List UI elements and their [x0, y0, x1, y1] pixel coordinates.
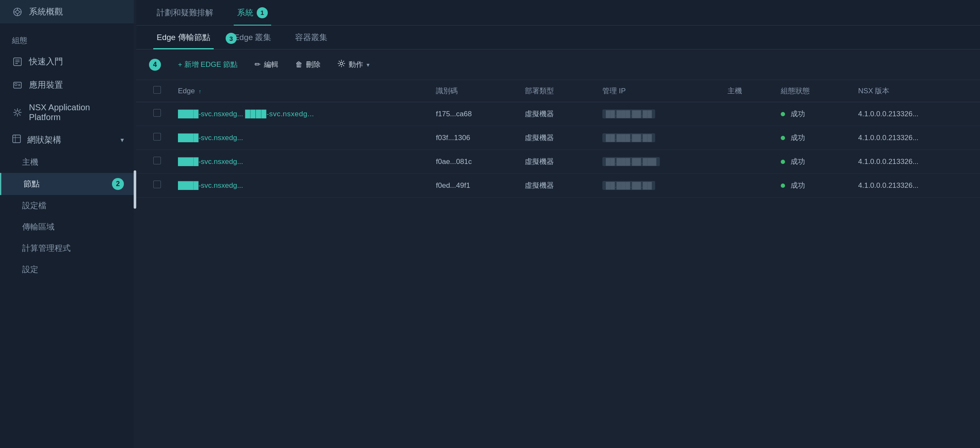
row3-nsx-version-cell: 4.1.0.0.0.213326...	[850, 150, 980, 174]
sub-tab-container-cluster-label: 容器叢集	[295, 32, 327, 43]
action-chevron-icon: ▾	[367, 61, 370, 68]
sidebar-sub-item-profile[interactable]: 設定檔	[0, 195, 136, 216]
sidebar-host-label: 主機	[22, 158, 38, 167]
select-all-checkbox[interactable]	[153, 86, 161, 94]
add-edge-node-button[interactable]: + 新增 EDGE 節點	[174, 57, 242, 72]
overview-icon	[12, 6, 23, 17]
row1-status-text: 成功	[791, 110, 805, 118]
row3-id-cell: f0ae...081c	[427, 150, 516, 174]
sidebar-scrollbar-thumb[interactable]	[134, 170, 136, 209]
row4-select-cell	[136, 174, 169, 198]
row4-deploy-type-value: 虛擬機器	[525, 181, 554, 190]
row1-nsx-version-value: 4.1.0.0.0.213326...	[858, 110, 919, 118]
row1-edge-link[interactable]: ████-svc.nsxedg...	[178, 110, 243, 118]
svg-point-1	[16, 10, 19, 14]
sidebar-item-app-device[interactable]: 應用裝置	[0, 73, 136, 97]
row3-status-text: 成功	[791, 158, 805, 166]
sidebar-section-org: 組態	[0, 23, 136, 50]
chevron-down-icon: ▾	[120, 136, 124, 144]
sidebar-item-overview[interactable]: 系統概觀	[0, 0, 136, 23]
sub-tab-edge-cluster-label: Edge 叢集	[234, 32, 272, 43]
sidebar-item-nsx-app-platform[interactable]: NSX Application Platform	[0, 97, 136, 128]
edit-icon: ✏	[255, 60, 261, 69]
sidebar-sub-item-transport-zone[interactable]: 傳輸區域	[0, 216, 136, 238]
sidebar: 系統概觀 組態 快速入門	[0, 0, 136, 448]
table-row: ████-svc.nsxedg... f0ed...49f1 虛擬機器 ██.█…	[136, 174, 980, 198]
row4-host-cell	[719, 174, 772, 198]
table-row: ████-svc.nsxedg... f0ae...081c 虛擬機器 ██.█…	[136, 150, 980, 174]
tab-system[interactable]: 系統 1	[234, 0, 271, 26]
sub-tabs: Edge 傳輸節點 Edge 叢集 容器叢集 3	[136, 26, 980, 49]
tab-plan-troubleshoot[interactable]: 計劃和疑難排解	[153, 0, 217, 26]
main-content: 計劃和疑難排解 系統 1 Edge 傳輸節點 Edge 叢集 容器叢集 3 4 …	[136, 0, 980, 448]
row4-checkbox[interactable]	[153, 181, 161, 188]
nsx-platform-icon	[12, 107, 23, 118]
system-tab-badge: 1	[257, 7, 268, 18]
col-edge[interactable]: Edge ↑	[169, 80, 427, 102]
delete-button[interactable]: 🗑 刪除	[291, 57, 325, 72]
sidebar-node-label: 節點	[23, 178, 40, 190]
sidebar-item-quick-start[interactable]: 快速入門	[0, 50, 136, 73]
sub-tab-badge-area: 3	[221, 33, 237, 44]
row2-checkbox[interactable]	[153, 133, 161, 141]
row1-mgmt-ip-value: ██.███.██.██	[602, 109, 655, 118]
row3-deploy-type-cell: 虛擬機器	[516, 150, 594, 174]
sidebar-content: 系統概觀 組態 快速入門	[0, 0, 136, 448]
col-id[interactable]: 識別碼	[427, 80, 516, 102]
sort-asc-icon: ↑	[198, 88, 201, 95]
add-edge-node-label: + 新增 EDGE 節點	[178, 60, 238, 69]
col-deploy-type[interactable]: 部署類型	[516, 80, 594, 102]
sidebar-nsx-platform-label: NSX Application Platform	[29, 103, 124, 122]
sidebar-scrollbar-track	[134, 0, 136, 448]
row4-mgmt-ip-value: ██.███.██.██	[602, 181, 655, 190]
col-id-label: 識別碼	[436, 87, 458, 95]
delete-icon: 🗑	[295, 60, 303, 69]
col-mgmt-ip-label: 管理 IP	[602, 87, 626, 95]
app-device-icon	[12, 80, 23, 91]
toolbar-badge-4: 4	[149, 59, 161, 71]
row4-status-text: 成功	[791, 181, 805, 190]
row4-id-value: f0ed...49f1	[436, 181, 470, 190]
top-tabs: 計劃和疑難排解 系統 1	[136, 0, 980, 26]
row3-edge-value[interactable]: ████-svc.nsxedg...	[178, 158, 243, 166]
sidebar-network-topology-label: 網狀架構	[27, 134, 61, 146]
row2-edge-value[interactable]: ████-svc.nsxedg...	[178, 134, 243, 142]
node-badge: 2	[112, 178, 124, 190]
action-dropdown-button[interactable]: 動作 ▾	[333, 57, 374, 72]
row1-deploy-type-value: 虛擬機器	[525, 110, 554, 118]
sub-tab-edge-transport-node[interactable]: Edge 傳輸節點	[153, 26, 214, 49]
row4-edge-cell: ████-svc.nsxedg...	[169, 174, 427, 198]
col-mgmt-ip[interactable]: 管理 IP	[594, 80, 719, 102]
row3-deploy-type-value: 虛擬機器	[525, 158, 554, 166]
sidebar-quick-start-label: 快速入門	[29, 56, 63, 67]
edit-button[interactable]: ✏ 編輯	[250, 57, 283, 72]
col-nsx-version[interactable]: NSX 版本	[850, 80, 980, 102]
row1-checkbox[interactable]	[153, 109, 161, 117]
row1-nsx-version-cell: 4.1.0.0.0.213326...	[850, 102, 980, 126]
toolbar-left-area: 4 + 新增 EDGE 節點	[153, 57, 242, 72]
row4-edge-value[interactable]: ████-svc.nsxedg...	[178, 181, 243, 190]
table-container: Edge ↑ 識別碼 部署類型 管理 IP 主機	[136, 80, 980, 448]
col-edge-label: Edge	[178, 87, 195, 95]
row2-mgmt-ip-cell: ██.███.██.██	[594, 126, 719, 150]
row4-id-cell: f0ed...49f1	[427, 174, 516, 198]
table-header-row: Edge ↑ 識別碼 部署類型 管理 IP 主機	[136, 80, 980, 102]
row4-nsx-version-value: 4.1.0.0.0.213326...	[858, 181, 919, 190]
sidebar-sub-item-settings[interactable]: 設定	[0, 259, 136, 280]
sidebar-sub-item-host[interactable]: 主機	[0, 152, 136, 173]
sub-tab-container-cluster[interactable]: 容器叢集	[292, 26, 331, 49]
sidebar-sub-item-node[interactable]: 節點 2	[0, 173, 136, 195]
sidebar-sub-item-compute-manager[interactable]: 計算管理程式	[0, 238, 136, 259]
row3-edge-cell: ████-svc.nsxedg...	[169, 150, 427, 174]
sidebar-compute-manager-label: 計算管理程式	[22, 244, 71, 253]
sidebar-item-network-topology[interactable]: 網狀架構 ▾	[0, 128, 136, 152]
row3-checkbox[interactable]	[153, 157, 161, 164]
col-config-state[interactable]: 組態狀態	[772, 80, 850, 102]
row1-edge-value[interactable]: ████-svc.nsxedg...	[245, 110, 314, 118]
svg-rect-11	[15, 83, 17, 86]
col-host[interactable]: 主機	[719, 80, 772, 102]
edge-nodes-table: Edge ↑ 識別碼 部署類型 管理 IP 主機	[136, 80, 980, 198]
row2-host-cell	[719, 126, 772, 150]
sidebar-app-device-label: 應用裝置	[29, 79, 63, 91]
sub-tab-edge-cluster[interactable]: Edge 叢集	[231, 26, 275, 49]
